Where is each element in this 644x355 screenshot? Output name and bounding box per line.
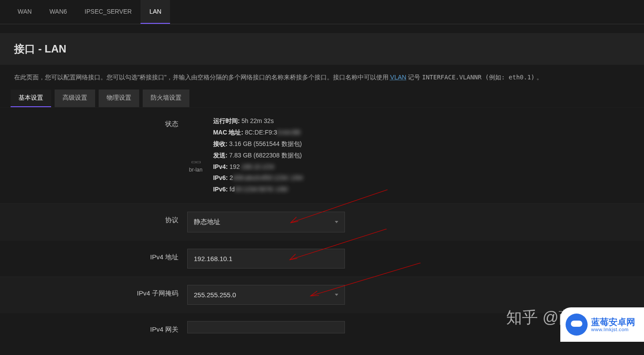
interface-name: br-lan <box>189 167 203 173</box>
status-block: 运行时间: 5h 22m 32s MAC 地址: 8C:DE:F9:33:AA:… <box>213 116 303 195</box>
chevron-down-icon <box>335 294 338 296</box>
tab-ipsec-server[interactable]: IPSEC_SERVER <box>76 0 141 24</box>
page-description: 在此页面，您可以配置网络接口。您可以勾选"桥接接口"，并输入由空格分隔的多个网络… <box>0 65 644 86</box>
desc-text-1: 在此页面，您可以配置网络接口。您可以勾选"桥接接口"，并输入由空格分隔的多个网络… <box>14 74 390 81</box>
vlan-link[interactable]: VLAN <box>390 74 407 81</box>
label-ipv4-address: IPv4 地址 <box>0 249 187 262</box>
row-status: 状态 ▭▭ br-lan 运行时间: 5h 22m 32s MAC 地址: 8C… <box>0 107 644 203</box>
page-title: 接口 - LAN <box>14 42 630 56</box>
mac-blur: 3:AA:BB <box>277 129 300 136</box>
badge-title: 蓝莓安卓网 <box>591 317 635 327</box>
bridge-icon: ▭▭ <box>191 159 200 164</box>
tab-advanced-settings[interactable]: 高级设置 <box>55 90 95 107</box>
mac-prefix: 8C:DE:F9:3 <box>245 129 277 136</box>
chevron-down-icon <box>335 221 338 223</box>
rx-value: 3.16 GB (5561544 数据包) <box>229 140 302 147</box>
interface-tabs: WAN WAN6 IPSEC_SERVER LAN <box>0 0 644 24</box>
tab-wan6[interactable]: WAN6 <box>41 0 76 24</box>
desc-text-3: 。 <box>535 74 543 81</box>
page-header: 接口 - LAN <box>0 33 644 65</box>
blueberry-logo-icon <box>566 314 588 336</box>
badge-url: www.lmkjst.com <box>591 327 635 332</box>
protocol-select[interactable]: 静态地址 <box>187 212 345 232</box>
tab-lan[interactable]: LAN <box>141 0 170 24</box>
ipv6a-prefix: 2 <box>229 174 233 181</box>
ipv6a-blur: 408:abcd:ef00:1234::1/64 <box>233 174 303 181</box>
uptime-label: 运行时间: <box>213 117 240 124</box>
ipv6a-label: IPv6: <box>213 174 228 181</box>
row-protocol: 协议 静态地址 <box>0 203 644 240</box>
protocol-value: 静态地址 <box>194 218 220 226</box>
ipv4-blur: .168.10.1/24 <box>240 163 274 170</box>
ipv6b-label: IPv6: <box>213 186 228 193</box>
rx-label: 接收: <box>213 140 228 147</box>
mac-label: MAC 地址: <box>213 129 243 136</box>
desc-text-2: 记号 <box>406 74 422 81</box>
ipv4-netmask-select[interactable]: 255.255.255.0 <box>187 285 345 305</box>
tx-label: 发送: <box>213 152 228 159</box>
tx-value: 7.83 GB (6822308 数据包) <box>229 152 302 159</box>
desc-mono: INTERFACE.VLANNR (例如: eth0.1) <box>422 74 535 81</box>
row-ipv4-address: IPv4 地址 192.168.10.1 <box>0 240 644 277</box>
ipv6b-blur: 00:1234:5678::1/60 <box>235 186 288 193</box>
label-protocol: 协议 <box>0 212 187 224</box>
label-status: 状态 <box>0 116 187 128</box>
tab-physical-settings[interactable]: 物理设置 <box>99 90 139 107</box>
ipv4-prefix: 192 <box>229 163 240 170</box>
site-badge: 蓝莓安卓网 www.lmkjst.com <box>560 307 644 342</box>
settings-tabs: 基本设置 高级设置 物理设置 防火墙设置 <box>0 86 644 107</box>
ipv4-netmask-value: 255.255.255.0 <box>194 291 236 299</box>
uptime-value: 5h 22m 32s <box>241 117 274 124</box>
label-ipv4-netmask: IPv4 子网掩码 <box>0 285 187 298</box>
ipv4-gateway-input[interactable] <box>187 321 345 333</box>
interface-badge: ▭▭ br-lan <box>187 154 204 175</box>
tab-wan[interactable]: WAN <box>9 0 41 24</box>
row-ipv4-netmask: IPv4 子网掩码 255.255.255.0 <box>0 277 644 313</box>
tab-firewall-settings[interactable]: 防火墙设置 <box>143 90 189 107</box>
ipv4-address-input[interactable]: 192.168.10.1 <box>187 249 345 269</box>
row-ipv4-gateway: IPv4 网关 <box>0 313 644 342</box>
label-ipv4-gateway: IPv4 网关 <box>0 321 187 334</box>
ipv4-label: IPv4: <box>213 163 228 170</box>
ipv6b-prefix: fd <box>229 186 235 193</box>
tab-basic-settings[interactable]: 基本设置 <box>11 90 51 107</box>
